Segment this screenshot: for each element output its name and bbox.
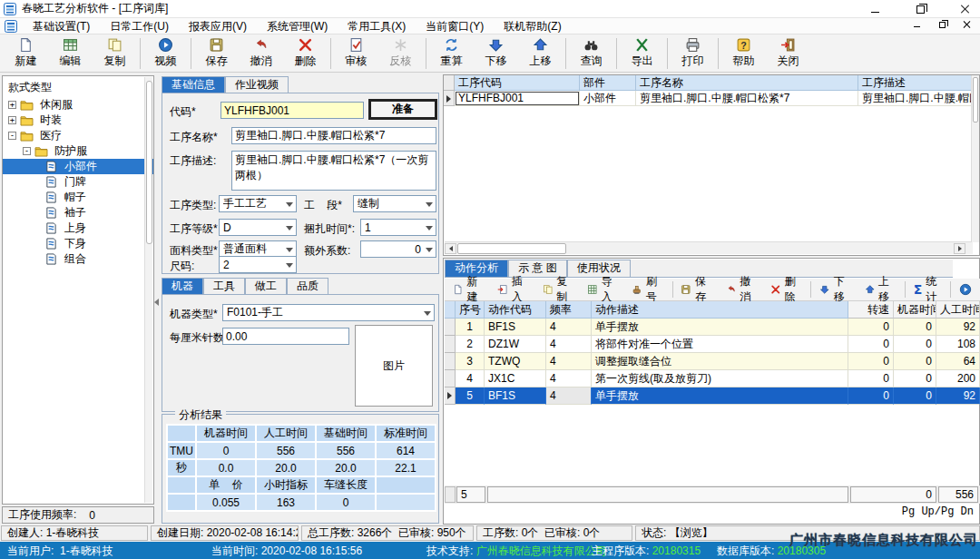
tree-node-upper-body[interactable]: 上身 [3, 221, 153, 236]
action-new-button[interactable]: 新建 [446, 280, 491, 299]
tree-scrollbar[interactable] [144, 77, 152, 503]
action-import-button[interactable]: 导入 [581, 280, 625, 299]
menu-system[interactable]: 系统管理(W) [257, 18, 338, 34]
menu-help[interactable]: 联机帮助(Z) [494, 18, 571, 34]
tree-node-door-tag[interactable]: 门牌 [3, 174, 153, 190]
action-play-button[interactable] [953, 280, 978, 299]
menu-tools[interactable]: 常用工具(X) [338, 18, 416, 34]
action-move-up-button[interactable]: 上移 [858, 280, 903, 299]
action-undo-button[interactable]: 撤消 [720, 280, 764, 299]
process-table-hscrollbar[interactable] [445, 241, 973, 254]
action-copy-button[interactable]: 复制 [536, 280, 581, 299]
action-delete-button[interactable]: 删除 [764, 280, 808, 299]
extra-factor-select[interactable]: 0 [360, 240, 436, 258]
machine-type-select[interactable]: F0101-手工 [222, 304, 435, 321]
hscroll-thumb[interactable] [457, 243, 566, 254]
collapse-icon[interactable]: - [23, 147, 31, 155]
expand-icon[interactable]: + [8, 116, 16, 124]
action-insert-button[interactable]: 插入 [491, 280, 535, 299]
menu-daily-work[interactable]: 日常工作(U) [100, 18, 179, 34]
action-row[interactable]: 3 TZWQ 4 调整握取缝合位 0 0 64 [445, 353, 980, 370]
segment-select[interactable]: 缝制 [353, 195, 436, 212]
tree-node-medical[interactable]: - 医疗 [3, 128, 153, 143]
mdi-restore-button[interactable] [935, 19, 949, 30]
search-button[interactable]: 查询 [569, 35, 613, 72]
tab-basic-info[interactable]: 基础信息 [162, 76, 225, 93]
tree-node-fashion[interactable]: + 时装 [3, 113, 153, 128]
undo-button[interactable]: 撤消 [239, 35, 283, 72]
action-statistics-button[interactable]: Σ 统计 [907, 280, 949, 299]
process-table-vscrollbar[interactable] [971, 75, 979, 242]
process-table-row[interactable]: YLFHFBJ001 小部件 剪里袖口.脚口.中腰.帽口松紧*7 剪里袖口.脚口… [444, 91, 979, 106]
tree-node-sleeve[interactable]: 袖子 [3, 205, 153, 221]
excel-export-icon [634, 37, 650, 53]
recalc-button[interactable]: 重算 [429, 35, 474, 72]
copy-button[interactable]: 复制 [93, 35, 137, 72]
col-labor-time: 人工时间 [936, 301, 980, 319]
tree-node-hat[interactable]: 帽子 [3, 190, 153, 205]
col-part: 部件 [580, 75, 636, 91]
tree-node-protective[interactable]: - 防护服 [3, 143, 153, 159]
menu-reports[interactable]: 报表应用(V) [179, 18, 257, 34]
stitch-count-label: 每厘米针数 [170, 330, 224, 346]
expand-icon[interactable]: + [8, 101, 16, 109]
edit-button[interactable]: 编辑 [48, 35, 93, 72]
delete-button[interactable]: 删除 [283, 35, 328, 72]
tab-usage-status[interactable]: 使用状况 [567, 260, 631, 277]
tech-support-label: 技术支持: [426, 544, 473, 557]
size-select[interactable]: 2 [219, 256, 297, 273]
new-button[interactable]: 新建 [4, 35, 48, 72]
app-icon [4, 3, 16, 15]
machine-tabbar: 机器 工具 做工 品质 [162, 278, 328, 294]
export-button[interactable]: 导出 [620, 35, 664, 72]
action-move-down-button[interactable]: 下移 [813, 280, 858, 299]
move-down-button[interactable]: 下移 [474, 35, 518, 72]
cell-process-code[interactable]: YLFHFBJ001 [455, 91, 580, 106]
video-button[interactable]: 视频 [143, 35, 188, 72]
vscroll-thumb[interactable] [973, 77, 978, 123]
code-input[interactable] [220, 102, 364, 119]
audit-button[interactable]: 审核 [334, 35, 378, 72]
action-row[interactable]: 2 DZ1W 4 将部件对准一个位置 0 0 108 [445, 336, 980, 353]
close-window-button[interactable]: 关闭 [766, 35, 810, 72]
grade-select[interactable]: D [219, 219, 297, 236]
mdi-close-button[interactable] [960, 19, 975, 30]
restore-button[interactable] [913, 3, 927, 15]
tab-workmanship[interactable]: 做工 [245, 278, 287, 294]
tab-work-video[interactable]: 作业视频 [225, 76, 289, 93]
process-desc-textarea[interactable]: 剪里袖口.脚口.中腰.帽口松紧*7（一次剪两根） [231, 151, 436, 191]
collapse-icon[interactable]: - [8, 132, 16, 140]
menu-basic-settings[interactable]: 基础设置(T) [23, 18, 100, 34]
move-up-button[interactable]: 上移 [518, 35, 563, 72]
process-type-select[interactable]: 手工工艺 [219, 195, 297, 212]
minimize-button[interactable] [867, 3, 882, 15]
tree-node-casual[interactable]: + 休闲服 [3, 97, 153, 113]
action-row-selected[interactable]: 5 BF1S 4 单手摆放 0 0 92 [445, 387, 980, 405]
menu-current-window[interactable]: 当前窗口(Y) [416, 18, 494, 34]
close-button[interactable] [958, 3, 973, 15]
tab-tool[interactable]: 工具 [203, 278, 245, 294]
mdi-minimize-button[interactable] [909, 19, 924, 30]
tab-quality[interactable]: 品质 [287, 278, 328, 294]
action-row[interactable]: 1 BF1S 4 单手摆放 0 0 92 [445, 319, 980, 336]
help-button[interactable]: ? 帮助 [721, 35, 766, 72]
cell-process-desc[interactable]: 剪里袖口.脚口.中腰.帽口松紧*7（一次剪两根） [858, 91, 979, 106]
tree-scrollbar-thumb[interactable] [146, 81, 152, 244]
action-renumber-button[interactable]: 刷号 [625, 280, 670, 299]
action-save-button[interactable]: 保存 [674, 280, 719, 299]
tab-machine[interactable]: 机器 [162, 278, 203, 294]
print-button[interactable]: 打印 [671, 35, 715, 72]
stitch-count-input[interactable] [222, 328, 349, 345]
tree-node-small-parts[interactable]: 小部件 [3, 159, 153, 174]
tree-node-combination[interactable]: 组合 [3, 251, 153, 267]
col-base-time: 基础时间 [317, 426, 375, 441]
insert-icon [497, 283, 508, 296]
bundle-time-select[interactable]: 1 [360, 219, 436, 236]
cell-part[interactable]: 小部件 [580, 91, 636, 106]
save-button[interactable]: 保存 [194, 35, 239, 72]
action-row[interactable]: 4 JX1C 4 第一次剪线(取及放剪刀) 0 0 200 [445, 370, 980, 387]
ready-button[interactable]: 准备 [369, 100, 436, 119]
cell-process-name[interactable]: 剪里袖口.脚口.中腰.帽口松紧*7 [636, 91, 858, 106]
process-name-input[interactable] [231, 127, 436, 144]
tree-node-lower-body[interactable]: 下身 [3, 236, 153, 251]
